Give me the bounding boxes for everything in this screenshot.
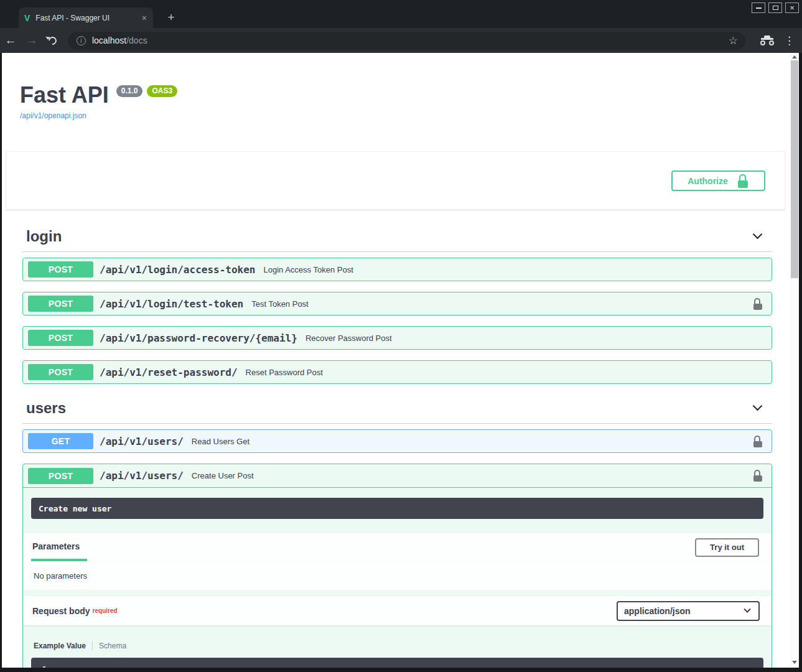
method-badge: POST [28,364,93,380]
tab-separator [92,642,93,650]
operation-path: /api/v1/reset-password/ [100,366,238,378]
try-it-out-button[interactable]: Try it out [695,538,759,557]
operation-path: /api/v1/login/access-token [100,264,255,276]
back-button[interactable]: ← [0,34,21,47]
lock-icon[interactable] [753,298,763,310]
browser-toolbar: ← → i localhost /docs ☆ ⋮ [0,28,802,53]
parameters-header: Parameters Try it out [23,533,772,561]
operation-row[interactable]: POST /api/v1/password-recovery/{email} R… [22,326,772,350]
method-badge: POST [28,261,93,278]
method-badge: GET [28,433,93,449]
bookmark-star-icon[interactable]: ☆ [729,34,738,47]
new-tab-button[interactable]: + [163,9,179,26]
no-parameters-text: No parameters [34,571,87,581]
tab-example-value[interactable]: Example Value [34,642,86,650]
authorize-label: Authorize [688,176,728,186]
scroll-up-arrow-icon[interactable] [792,55,797,58]
operation-row[interactable]: GET /api/v1/users/ Read Users Get [22,429,772,453]
lock-icon[interactable] [753,470,763,482]
minimize-button[interactable] [752,2,765,13]
chevron-down-icon [744,605,750,612]
method-badge: POST [28,330,93,346]
parameters-title: Parameters [32,541,80,551]
browser-titlebar: V Fast API - Swagger UI × + × [0,0,802,28]
forward-button[interactable]: → [21,34,42,47]
tab-schema[interactable]: Schema [99,642,126,650]
url-path: /docs [126,35,147,45]
media-type-select[interactable]: application/json [617,601,760,621]
lock-icon[interactable] [753,436,763,447]
tab-favicon-icon: V [24,13,30,23]
chevron-down-icon[interactable] [753,229,763,239]
tag-name: users [26,399,66,417]
operation-summary: Create User Post [192,471,254,480]
oas3-badge: OAS3 [147,85,177,97]
minimize-icon [756,7,762,9]
example-code-block[interactable]: { [31,658,763,668]
site-info-icon[interactable]: i [77,36,86,45]
section-gap [23,590,772,596]
close-icon: × [790,4,795,11]
operation-summary: Recover Password Post [305,334,392,343]
required-label: required [93,607,118,614]
url-host: localhost [92,35,126,45]
operation-path: /api/v1/users/ [100,470,184,482]
parameters-body: No parameters [23,561,772,590]
maximize-icon [773,6,778,10]
scroll-down-arrow-icon[interactable] [792,661,797,664]
window-controls: × [752,2,799,13]
method-badge: POST [28,296,93,312]
scrollbar-thumb[interactable] [791,60,798,278]
operation-description: Create new user [31,498,763,519]
authorize-button[interactable]: Authorize [671,170,765,191]
operation-summary: Test Token Post [251,299,309,309]
openapi-spec-link[interactable]: /api/v1/openapi.json [20,111,86,120]
request-body-header: Request body required application/json [23,596,772,625]
tag-section-login[interactable]: login [22,223,772,252]
version-badge: 0.1.0 [116,85,143,97]
address-bar[interactable]: i localhost /docs ☆ [68,32,745,50]
operation-summary: Reset Password Post [246,368,323,377]
media-type-value: application/json [624,606,691,616]
tag-name: login [26,228,62,245]
page-scrollbar[interactable] [790,53,799,668]
reload-icon [47,35,58,46]
tag-section-users[interactable]: users [22,394,772,424]
operation-summary: Read Users Get [192,437,249,446]
api-info-header: Fast API 0.1.0 OAS3 /api/v1/openapi.json [2,53,790,121]
reload-button[interactable] [42,37,63,45]
chevron-down-icon[interactable] [753,401,763,411]
operation-row[interactable]: POST /api/v1/reset-password/ Reset Passw… [22,360,772,384]
tab-title: Fast API - Swagger UI [35,14,141,22]
model-example-area: Example Value Schema { [23,625,772,668]
unlock-icon [738,174,749,188]
operation-expanded: POST /api/v1/users/ Create User Post Cre… [22,464,772,668]
tab-parameters: Parameters [31,533,87,561]
incognito-icon [759,35,775,45]
operation-row[interactable]: POST /api/v1/users/ Create User Post [23,464,772,488]
browser-menu-button[interactable]: ⋮ [784,34,795,47]
method-badge: POST [28,468,93,484]
close-button[interactable]: × [785,2,799,13]
browser-tab[interactable]: V Fast API - Swagger UI × [19,7,153,28]
maximize-button[interactable] [768,2,782,13]
operation-row[interactable]: POST /api/v1/login/test-token Test Token… [22,292,772,315]
scheme-container: Authorize [6,151,785,210]
operation-path: /api/v1/password-recovery/{email} [100,332,297,344]
operation-summary: Login Access Token Post [263,265,353,274]
tab-close-icon[interactable]: × [142,14,147,22]
page-title: Fast API [20,83,109,108]
request-body-label: Request body [32,606,90,616]
operation-row[interactable]: POST /api/v1/login/access-token Login Ac… [22,258,772,281]
swagger-page: Fast API 0.1.0 OAS3 /api/v1/openapi.json… [2,53,790,668]
operation-path: /api/v1/users/ [100,436,184,447]
operation-path: /api/v1/login/test-token [100,298,243,310]
